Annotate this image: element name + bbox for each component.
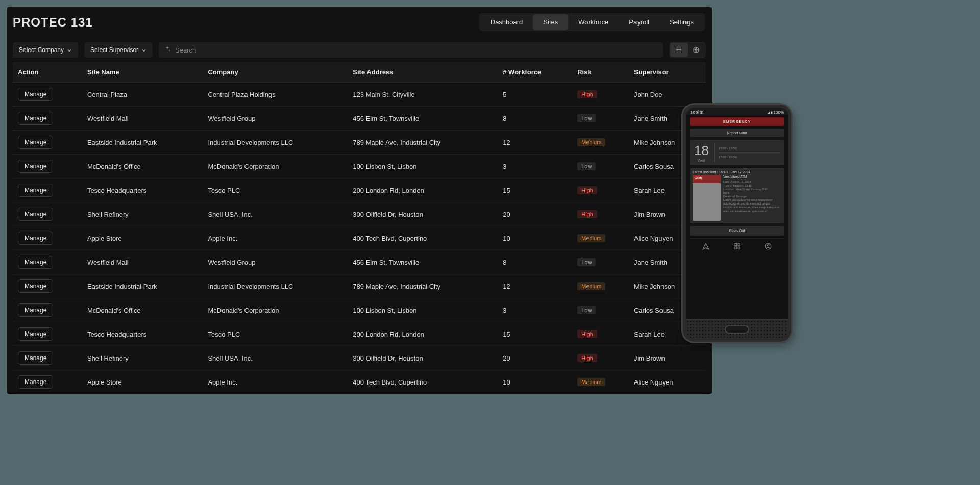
column-header[interactable]: Site Name <box>82 62 203 83</box>
column-header[interactable]: Supervisor <box>629 62 706 83</box>
phone-brand: sonim <box>690 110 704 115</box>
column-header[interactable]: # Workforce <box>498 62 572 83</box>
emergency-button[interactable]: EMERGENCY <box>690 117 784 126</box>
incident-header: Latest Incident · 16:48 · Jan 17 2024 <box>693 170 781 174</box>
risk-badge: Low <box>577 114 596 122</box>
time-slot-1: 12:00 - 15:00 <box>719 147 780 150</box>
manage-button[interactable]: Manage <box>18 160 53 173</box>
phone-home-button[interactable] <box>725 325 749 334</box>
date-day: Wed <box>698 159 705 162</box>
cell-site: Tesco Headquarters <box>82 322 203 346</box>
risk-badge: Medium <box>577 282 605 290</box>
cell-site: Apple Store <box>82 226 203 250</box>
phone-screen: EMERGENCY Report Form 18 Wed 12:00 - 15:… <box>686 115 788 319</box>
cell-address: 200 London Rd, London <box>348 178 498 202</box>
company-dropdown[interactable]: Select Company <box>13 42 78 58</box>
app-window: PROTEC 131 DashboardSitesWorkforcePayrol… <box>7 7 712 394</box>
nav-tab-settings[interactable]: Settings <box>659 14 704 30</box>
cell-workforce: 12 <box>498 131 572 155</box>
risk-badge: Medium <box>577 378 605 386</box>
supervisor-dropdown[interactable]: Select Supervisor <box>84 42 153 58</box>
cell-company: Tesco PLC <box>203 322 348 346</box>
cell-site: McDonald's Office <box>82 155 203 178</box>
nav-tab-sites[interactable]: Sites <box>533 14 568 30</box>
cell-address: 100 Lisbon St, Lisbon <box>348 298 498 322</box>
cell-site: Westfield Mall <box>82 107 203 131</box>
cell-workforce: 5 <box>498 83 572 107</box>
manage-button[interactable]: Manage <box>18 351 53 365</box>
nav-grid-icon[interactable] <box>733 243 741 252</box>
cell-supervisor: Jim Brown <box>629 346 706 370</box>
svg-rect-5 <box>738 244 740 246</box>
cell-supervisor: John Doe <box>629 83 706 107</box>
cell-workforce: 3 <box>498 155 572 178</box>
company-dropdown-label: Select Company <box>19 46 64 54</box>
svg-rect-7 <box>738 247 740 249</box>
cell-company: Shell USA, Inc. <box>203 202 348 226</box>
cell-supervisor: Alice Nguyen <box>629 370 706 394</box>
manage-button[interactable]: Manage <box>18 136 53 149</box>
cell-workforce: 3 <box>498 298 572 322</box>
cell-site: Shell Refinery <box>82 346 203 370</box>
manage-button[interactable]: Manage <box>18 208 53 221</box>
date-card: 18 Wed 12:00 - 15:00 17:00 - 20:00 <box>690 140 784 165</box>
nav-tab-workforce[interactable]: Workforce <box>568 14 619 30</box>
manage-button[interactable]: Manage <box>18 303 53 317</box>
nav-tab-dashboard[interactable]: Dashboard <box>480 14 533 30</box>
manage-button[interactable]: Manage <box>18 184 53 197</box>
manage-button[interactable]: Manage <box>18 112 53 125</box>
cell-workforce: 20 <box>498 202 572 226</box>
table-row: ManageTesco HeadquartersTesco PLC200 Lon… <box>13 322 706 346</box>
incident-image <box>693 175 721 221</box>
clock-out-button[interactable]: Clock Out <box>690 226 784 236</box>
column-header[interactable]: Action <box>13 62 82 83</box>
incident-card[interactable]: Latest Incident · 16:48 · Jan 17 2024 Va… <box>690 168 784 223</box>
chevron-down-icon <box>141 47 146 53</box>
map-view-button[interactable] <box>688 43 705 57</box>
column-header[interactable]: Company <box>203 62 348 83</box>
cell-company: McDonald's Corporation <box>203 155 348 178</box>
manage-button[interactable]: Manage <box>18 256 53 269</box>
search-input[interactable] <box>175 46 658 54</box>
cell-company: Tesco PLC <box>203 178 348 202</box>
cell-address: 300 Oilfield Dr, Houston <box>348 346 498 370</box>
cell-workforce: 15 <box>498 322 572 346</box>
nav-profile-icon[interactable] <box>765 243 772 252</box>
risk-badge: Low <box>577 258 596 266</box>
manage-button[interactable]: Manage <box>18 88 53 101</box>
cell-site: Tesco Headquarters <box>82 178 203 202</box>
cell-site: Westfield Mall <box>82 250 203 274</box>
phone-battery: ◢ ▮ 100% <box>767 110 784 115</box>
table-container[interactable]: ActionSite NameCompanySite Address# Work… <box>7 62 712 394</box>
table-row: ManageApple StoreApple Inc.400 Tech Blvd… <box>13 226 706 250</box>
column-header[interactable]: Risk <box>572 62 629 83</box>
report-form-button[interactable]: Report Form <box>690 129 784 137</box>
nav-send-icon[interactable] <box>702 243 709 252</box>
header: PROTEC 131 DashboardSitesWorkforcePayrol… <box>7 7 712 38</box>
risk-badge: Medium <box>577 234 605 242</box>
app-title: PROTEC 131 <box>13 15 93 30</box>
list-view-button[interactable] <box>670 43 688 57</box>
cell-company: Apple Inc. <box>203 370 348 394</box>
cell-address: 789 Maple Ave, Industrial City <box>348 131 498 155</box>
table-row: ManageEastside Industrial ParkIndustrial… <box>13 274 706 298</box>
column-header[interactable]: Site Address <box>348 62 498 83</box>
cell-address: 123 Main St, Cityville <box>348 83 498 107</box>
cell-company: Industrial Developments LLC <box>203 131 348 155</box>
manage-button[interactable]: Manage <box>18 232 53 245</box>
manage-button[interactable]: Manage <box>18 327 53 341</box>
cell-workforce: 20 <box>498 346 572 370</box>
cell-address: 300 Oilfield Dr, Houston <box>348 202 498 226</box>
phone-status-bar: sonim ◢ ▮ 100% <box>686 108 788 115</box>
table-row: ManageShell RefineryShell USA, Inc.300 O… <box>13 346 706 370</box>
manage-button[interactable]: Manage <box>18 279 53 293</box>
incident-text: Vandalized ATM Date: August 18, 2024 Tim… <box>723 175 781 221</box>
cell-address: 400 Tech Blvd, Cupertino <box>348 370 498 394</box>
nav-tab-payroll[interactable]: Payroll <box>619 14 659 30</box>
cell-company: Westfield Group <box>203 107 348 131</box>
search-wrap[interactable] <box>159 42 663 58</box>
risk-badge: High <box>577 330 597 338</box>
cell-address: 100 Lisbon St, Lisbon <box>348 155 498 178</box>
risk-badge: High <box>577 186 597 194</box>
manage-button[interactable]: Manage <box>18 375 53 389</box>
